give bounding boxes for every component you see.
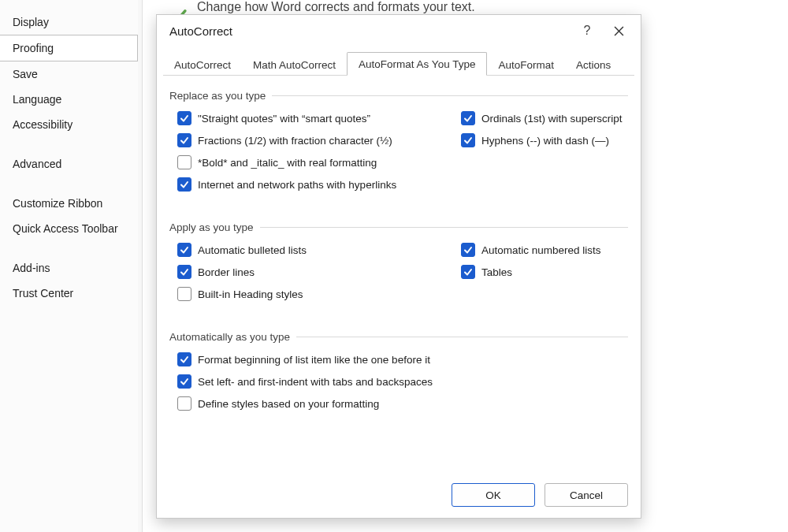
sidebar-item-customize-ribbon[interactable]: Customize Ribbon <box>0 191 138 216</box>
options-sidebar: DisplayProofingSaveLanguageAccessibility… <box>0 0 138 532</box>
option-row: Ordinals (1st) with superscript <box>461 110 628 127</box>
help-button[interactable]: ? <box>571 15 603 47</box>
option-row: Automatic numbered lists <box>461 241 628 259</box>
dialog-footer: OK Cancel <box>452 483 628 507</box>
checkbox[interactable] <box>177 396 191 411</box>
divider <box>296 337 628 337</box>
sidebar-item-advanced[interactable]: Advanced <box>0 151 138 177</box>
checkbox-label: Automatic numbered lists <box>481 244 601 256</box>
option-row: *Bold* and _italic_ with real formatting <box>177 154 461 171</box>
group-label: Apply as you type <box>169 221 260 233</box>
checkbox[interactable] <box>461 265 475 279</box>
sidebar-item-display[interactable]: Display <box>0 9 138 35</box>
checkbox[interactable] <box>177 155 191 169</box>
checkbox[interactable] <box>461 111 475 125</box>
tab-math-autocorrect[interactable]: Math AutoCorrect <box>242 54 347 76</box>
option-row: Hyphens (--) with dash (—) <box>461 132 628 149</box>
dialog-title: AutoCorrect <box>169 24 571 38</box>
sidebar-item-save[interactable]: Save <box>0 61 138 87</box>
option-row: Define styles based on your formatting <box>177 395 461 412</box>
tab-autocorrect[interactable]: AutoCorrect <box>163 54 242 76</box>
sidebar-item-proofing[interactable]: Proofing <box>0 35 138 61</box>
sidebar-item-trust-center[interactable]: Trust Center <box>0 281 138 306</box>
group-apply-as-you-type: Apply as you typeAutomatic bulleted list… <box>169 221 628 303</box>
checkbox-label: "Straight quotes" with “smart quotes” <box>198 113 370 125</box>
group-label: Replace as you type <box>169 90 272 102</box>
dialog-titlebar: AutoCorrect ? <box>157 15 641 47</box>
sidebar-item-accessibility[interactable]: Accessibility <box>0 112 138 137</box>
checkbox-label: Fractions (1/2) with fraction character … <box>198 135 392 147</box>
dialog-body: Replace as you type"Straight quotes" wit… <box>157 76 641 412</box>
checkbox[interactable] <box>177 287 191 301</box>
checkbox-label: Internet and network paths with hyperlin… <box>198 179 396 191</box>
checkbox-label: Ordinals (1st) with superscript <box>481 113 623 125</box>
tab-autoformat[interactable]: AutoFormat <box>487 54 565 76</box>
checkbox-label: Border lines <box>198 266 255 278</box>
option-row: Automatic bulleted lists <box>177 241 461 259</box>
group-replace-as-you-type: Replace as you type"Straight quotes" wit… <box>169 90 628 193</box>
checkbox[interactable] <box>177 374 191 389</box>
divider <box>272 95 628 96</box>
autocorrect-dialog: AutoCorrect ? AutoCorrectMath AutoCorrec… <box>156 14 641 519</box>
option-row: Internet and network paths with hyperlin… <box>177 176 461 193</box>
checkbox-label: Automatic bulleted lists <box>198 244 307 256</box>
checkbox[interactable] <box>461 243 475 257</box>
checkbox[interactable] <box>177 111 191 125</box>
options-grid: Automatic bulleted listsAutomatic number… <box>169 241 628 303</box>
checkbox-label: Set left- and first-indent with tabs and… <box>198 376 433 388</box>
checkbox-label: Tables <box>481 266 512 278</box>
checkbox-label: Hyphens (--) with dash (—) <box>481 135 609 147</box>
checkbox[interactable] <box>177 243 191 257</box>
cancel-button[interactable]: Cancel <box>545 483 628 507</box>
option-row: Border lines <box>177 263 461 281</box>
proofing-section-header: Change how Word corrects and formats you… <box>197 0 475 14</box>
close-button[interactable] <box>603 15 634 47</box>
sidebar-item-quick-access-toolbar[interactable]: Quick Access Toolbar <box>0 216 138 241</box>
option-row: "Straight quotes" with “smart quotes” <box>177 110 461 127</box>
dialog-tabstrip: AutoCorrectMath AutoCorrectAutoFormat As… <box>163 47 634 76</box>
app-root: Change how Word corrects and formats you… <box>0 0 788 532</box>
checkbox[interactable] <box>177 352 191 366</box>
checkbox-label: *Bold* and _italic_ with real formatting <box>198 157 377 169</box>
checkbox[interactable] <box>177 133 191 147</box>
tab-autoformat-as-you-type[interactable]: AutoFormat As You Type <box>347 52 487 76</box>
sidebar-item-language[interactable]: Language <box>0 87 138 112</box>
checkbox-label: Define styles based on your formatting <box>198 398 379 410</box>
checkbox[interactable] <box>177 177 191 192</box>
option-row: Tables <box>461 263 628 281</box>
group-label: Automatically as you type <box>169 331 296 343</box>
sidebar-item-add-ins[interactable]: Add-ins <box>0 255 138 281</box>
checkbox[interactable] <box>461 133 475 147</box>
option-row: Fractions (1/2) with fraction character … <box>177 132 461 149</box>
options-grid: "Straight quotes" with “smart quotes”Ord… <box>169 110 628 193</box>
divider <box>260 227 628 228</box>
group-automatically-as-you-type: Automatically as you typeFormat beginnin… <box>169 331 628 412</box>
ok-button[interactable]: OK <box>452 483 535 507</box>
option-row: Built-in Heading styles <box>177 285 461 303</box>
checkbox[interactable] <box>177 265 191 279</box>
options-grid: Format beginning of list item like the o… <box>169 351 628 412</box>
option-row: Format beginning of list item like the o… <box>177 351 461 368</box>
checkbox-label: Built-in Heading styles <box>198 288 303 300</box>
tab-actions[interactable]: Actions <box>565 54 622 76</box>
checkbox-label: Format beginning of list item like the o… <box>198 354 430 366</box>
option-row: Set left- and first-indent with tabs and… <box>177 373 461 390</box>
